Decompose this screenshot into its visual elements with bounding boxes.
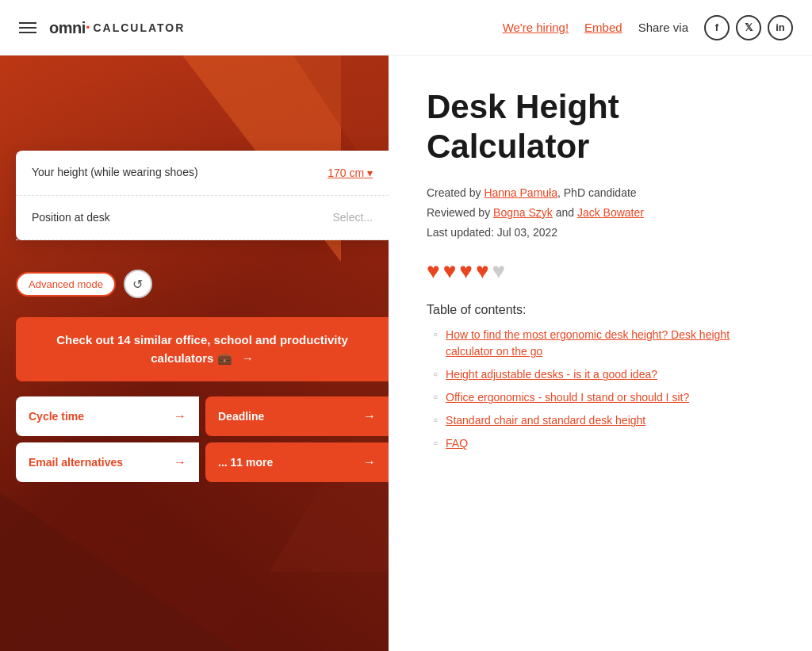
deadline-link[interactable]: Deadline →: [205, 396, 389, 436]
header-right: We're hiring! Embed Share via f 𝕏 in: [503, 15, 793, 40]
toc-bullet-2: ○: [433, 370, 438, 378]
banner-arrow-icon: →: [242, 351, 254, 365]
hiring-link[interactable]: We're hiring!: [503, 21, 569, 34]
logo-calc-text: CALCULATOR: [93, 21, 185, 34]
toc-title: Table of contents:: [427, 303, 774, 317]
related-calculators-grid: Cycle time → Deadline → Email alternativ…: [16, 396, 389, 482]
toc-item-1: ○ How to find the most ergonomic desk he…: [433, 327, 774, 360]
article-title: Desk Height Calculator: [427, 87, 774, 167]
header: omni· CALCULATOR We're hiring! Embed Sha…: [0, 0, 812, 56]
heart-5-half: ♥: [492, 258, 506, 284]
toc-bullet-1: ○: [433, 330, 438, 339]
created-by-text: Created by: [427, 186, 481, 199]
deadline-label: Deadline: [218, 410, 264, 423]
hamburger-menu-button[interactable]: [19, 22, 36, 33]
banner-label: Check out 14 similar office, school and …: [56, 333, 348, 365]
article-meta: Created by Hanna Pamuła, PhD candidate R…: [427, 183, 774, 243]
reviewed-by-line: Reviewed by Bogna Szyk and Jack Bowater: [427, 203, 774, 223]
header-left: omni· CALCULATOR: [19, 17, 503, 38]
position-label: Position at desk: [32, 210, 110, 226]
deadline-arrow-icon: →: [363, 409, 376, 423]
toc-link-1[interactable]: How to find the most ergonomic desk heig…: [446, 327, 774, 360]
position-field[interactable]: Position at desk Select...: [16, 196, 389, 241]
author2-link[interactable]: Bogna Szyk: [493, 206, 553, 219]
advanced-mode-button[interactable]: Advanced mode: [16, 272, 116, 297]
left-panel: Your height (while wearing shoes) 170 cm…: [0, 56, 389, 651]
right-panel: Desk Height Calculator Created by Hanna …: [389, 56, 812, 651]
more-label: ... 11 more: [218, 456, 273, 469]
toc-link-2[interactable]: Height adjustable desks - is it a good i…: [446, 366, 657, 383]
banner-text: Check out 14 similar office, school and …: [32, 331, 373, 367]
heart-4: ♥: [476, 258, 489, 284]
share-via-label: Share via: [638, 21, 688, 34]
toc-link-4[interactable]: Standard chair and standard desk height: [446, 412, 645, 429]
table-of-contents: ○ How to find the most ergonomic desk he…: [427, 327, 774, 452]
linkedin-icon[interactable]: in: [768, 15, 793, 40]
main-content: Your height (while wearing shoes) 170 cm…: [0, 56, 812, 651]
logo-dot: ·: [86, 17, 90, 37]
toc-bullet-5: ○: [433, 438, 438, 447]
heart-3: ♥: [459, 258, 473, 284]
logo-omni-text: omni·: [49, 17, 90, 38]
author3-link[interactable]: Jack Bowater: [577, 206, 644, 219]
email-alternatives-link[interactable]: Email alternatives →: [16, 442, 199, 482]
toc-bullet-3: ○: [433, 393, 438, 401]
toc-item-4: ○ Standard chair and standard desk heigh…: [433, 412, 774, 429]
more-arrow-icon: →: [363, 455, 376, 469]
toc-link-5[interactable]: FAQ: [446, 435, 468, 452]
toc-link-3[interactable]: Office ergonomics - should I stand or sh…: [446, 389, 689, 406]
cycle-time-label: Cycle time: [29, 410, 84, 423]
cycle-time-link[interactable]: Cycle time →: [16, 396, 199, 436]
email-alternatives-label: Email alternatives: [29, 456, 123, 469]
twitter-icon[interactable]: 𝕏: [736, 15, 761, 40]
geo-decoration-3: [0, 492, 238, 651]
heart-2: ♥: [443, 258, 457, 284]
email-alternatives-arrow-icon: →: [174, 455, 186, 469]
height-field[interactable]: Your height (while wearing shoes) 170 cm…: [16, 151, 389, 196]
logo: omni· CALCULATOR: [49, 17, 185, 38]
toc-bullet-4: ○: [433, 415, 438, 424]
social-icons: f 𝕏 in: [704, 15, 793, 40]
last-updated-line: Last updated: Jul 03, 2022: [427, 223, 774, 243]
more-calculators-link[interactable]: ... 11 more →: [205, 442, 389, 482]
rating-hearts: ♥ ♥ ♥ ♥ ♥: [427, 258, 774, 284]
calculator-card: Your height (while wearing shoes) 170 cm…: [16, 151, 389, 240]
created-by-line: Created by Hanna Pamuła, PhD candidate: [427, 183, 774, 203]
heart-1: ♥: [427, 258, 440, 284]
height-value[interactable]: 170 cm ▾: [327, 167, 373, 179]
similar-calculators-banner[interactable]: Check out 14 similar office, school and …: [16, 317, 389, 381]
reviewed-by-text: Reviewed by: [427, 206, 490, 219]
height-label: Your height (while wearing shoes): [32, 165, 198, 181]
cycle-time-arrow-icon: →: [174, 409, 186, 423]
omni-word: omni: [49, 19, 86, 36]
author2-sep: and: [553, 206, 577, 219]
author1-suffix: , PhD candidate: [557, 186, 637, 199]
embed-link[interactable]: Embed: [584, 21, 622, 34]
position-select[interactable]: Select...: [332, 211, 373, 224]
controls-row: Advanced mode ↺: [16, 270, 152, 298]
facebook-icon[interactable]: f: [704, 15, 730, 40]
refresh-button[interactable]: ↺: [124, 270, 152, 298]
author1-link[interactable]: Hanna Pamuła: [484, 186, 557, 199]
toc-item-3: ○ Office ergonomics - should I stand or …: [433, 389, 774, 406]
toc-item-2: ○ Height adjustable desks - is it a good…: [433, 366, 774, 383]
toc-item-5: ○ FAQ: [433, 435, 774, 452]
